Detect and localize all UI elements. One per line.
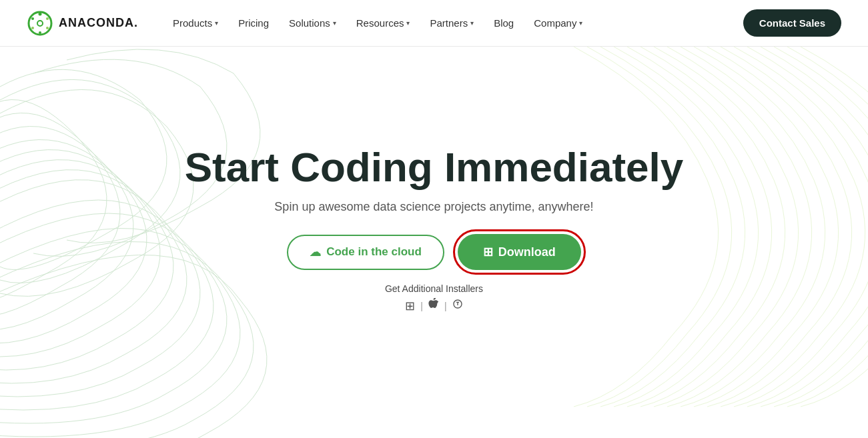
nav-item-blog[interactable]: Blog (486, 12, 522, 34)
nav-item-solutions[interactable]: Solutions ▾ (281, 12, 344, 34)
contact-sales-button[interactable]: Contact Sales (743, 9, 841, 37)
navbar: ANACONDA. Products ▾ Pricing Solutions ▾… (0, 0, 868, 47)
svg-point-6 (31, 27, 34, 29)
logo[interactable]: ANACONDA. (27, 10, 138, 37)
chevron-down-icon: ▾ (406, 19, 410, 27)
nav-item-products[interactable]: Products ▾ (165, 12, 226, 34)
hero-title: Start Coding Immediately (185, 145, 684, 190)
logo-text: ANACONDA. (59, 16, 138, 30)
code-in-cloud-button[interactable]: ☁ Code in the cloud (287, 235, 444, 270)
svg-point-4 (46, 27, 49, 29)
svg-point-2 (39, 12, 42, 15)
download-button[interactable]: ⊞ Download (458, 234, 581, 270)
hero-subtitle: Spin up awesome data science projects an… (274, 200, 593, 214)
mac-installer-icon[interactable] (428, 298, 439, 313)
hero-buttons: ☁ Code in the cloud ⊞ Download (287, 234, 581, 270)
installer-icons: ⊞ | | (405, 298, 462, 313)
nav-right: Contact Sales (743, 9, 841, 37)
separator: | (444, 301, 447, 311)
svg-point-1 (37, 21, 43, 26)
separator: | (420, 301, 423, 311)
hero-content: Start Coding Immediately Spin up awesome… (185, 145, 684, 313)
svg-point-7 (31, 17, 34, 20)
chevron-down-icon: ▾ (333, 19, 336, 27)
nav-item-pricing[interactable]: Pricing (230, 12, 277, 34)
svg-point-5 (39, 31, 41, 34)
code-in-cloud-label: Code in the cloud (326, 245, 422, 259)
nav-item-partners[interactable]: Partners ▾ (422, 12, 482, 34)
svg-point-3 (46, 17, 49, 20)
hero-section: Start Coding Immediately Spin up awesome… (0, 47, 868, 438)
get-installers-label: Get Additional Installers (385, 283, 483, 294)
get-installers-section: Get Additional Installers ⊞ | | (385, 283, 483, 313)
nav-links: Products ▾ Pricing Solutions ▾ Resources… (165, 12, 743, 34)
chevron-down-icon: ▾ (215, 19, 218, 27)
windows-installer-icon[interactable]: ⊞ (405, 299, 415, 313)
download-label: Download (498, 245, 556, 259)
chevron-down-icon: ▾ (470, 19, 474, 27)
chevron-down-icon: ▾ (579, 19, 582, 27)
nav-item-company[interactable]: Company ▾ (526, 12, 590, 34)
nav-item-resources[interactable]: Resources ▾ (348, 12, 418, 34)
windows-icon: ⊞ (483, 245, 493, 259)
linux-installer-icon[interactable] (452, 298, 463, 313)
logo-icon (27, 10, 53, 37)
cloud-icon: ☁ (310, 245, 321, 259)
